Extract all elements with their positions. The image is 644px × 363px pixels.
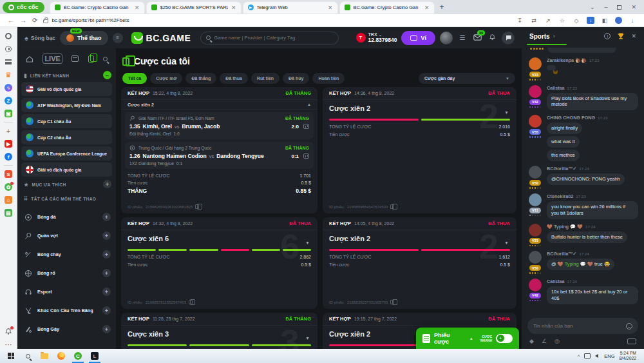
game-search[interactable] (200, 32, 339, 44)
live-tab[interactable]: LIVE (43, 54, 62, 64)
chat-rules-icon[interactable]: ! (604, 33, 611, 39)
chat-toggle-icon[interactable] (502, 32, 515, 44)
adblock-shield-icon[interactable]: ◇ (573, 17, 580, 24)
downloads-tray-icon[interactable]: ↓ (629, 17, 636, 24)
language-indicator[interactable]: ENG (604, 353, 614, 359)
gif-keyboard-icon[interactable] (627, 338, 636, 344)
reading-list-icon[interactable] (4, 57, 13, 66)
sidebar-item-baseball[interactable]: Bóng chày+ (21, 245, 112, 264)
balance-selector[interactable]: T TRX ⌄ 12.8379840 (356, 32, 397, 43)
sidebar-item-tennis[interactable]: Quần vợt+ (21, 226, 112, 245)
browser-tab[interactable]: Telegram Web✕ (243, 1, 338, 14)
mention-link[interactable]: 🤎 Typing 💬 🤎 (558, 261, 594, 267)
expand-icon[interactable]: ▼ (305, 336, 310, 340)
avatar[interactable] (529, 115, 542, 128)
quick-link[interactable]: Giải vô địch quốc gia (21, 162, 112, 177)
chat-username[interactable]: BCGorilla™✓ (547, 166, 576, 172)
quick-bet-toggle[interactable]: + (496, 334, 513, 343)
expand-plus-icon[interactable]: + (102, 288, 111, 296)
coccoc-browser-icon[interactable]: C (70, 349, 86, 363)
menu-toggle-icon[interactable]: ≡ (113, 33, 123, 43)
search-input[interactable] (214, 35, 333, 41)
avatar[interactable] (529, 57, 542, 70)
bet-card[interactable]: KẾT HỢP11:28, 28 thg 7, 2022ĐÃ THẮNG Cượ… (121, 313, 317, 349)
chat-username[interactable]: Ctonekira02 (547, 193, 573, 199)
avatar[interactable] (529, 224, 542, 237)
url-field[interactable]: bc.game/sports?bt-path=%2Fbets (43, 17, 129, 23)
expand-plus-icon[interactable]: + (102, 306, 111, 315)
notifications-bell-icon[interactable] (4, 327, 13, 336)
stats-icon[interactable] (303, 124, 309, 129)
sidebar-item-basketball[interactable]: Bóng rổ+ (21, 264, 112, 282)
expand-plus-icon[interactable]: + (102, 213, 111, 221)
mail-icon[interactable]: 99 (472, 34, 482, 42)
coccoc-menu-button[interactable]: cốc cốc (3, 2, 44, 13)
tab-search-icon[interactable]: ⌄ (590, 4, 595, 10)
file-explorer-icon[interactable] (36, 349, 53, 363)
new-tab-button[interactable]: + (440, 3, 444, 12)
cart-app-icon[interactable]: ⌂ (4, 195, 13, 204)
wallet-card-icon[interactable]: ▤ (4, 208, 13, 217)
avatar[interactable] (529, 166, 542, 179)
sort-dropdown[interactable]: Cược gần đây▼ (419, 73, 515, 84)
expand-icon[interactable]: ▼ (504, 110, 509, 115)
close-button[interactable]: ✕ (631, 4, 636, 10)
quick-link[interactable]: Giải vô địch quốc gia (21, 82, 112, 96)
filter-cancelled[interactable]: Đã hủy (283, 73, 309, 84)
emoji-picker-icon[interactable] (626, 323, 632, 329)
chat-input-box[interactable] (527, 318, 638, 334)
games-icon[interactable]: ▣ (4, 109, 13, 118)
settings-gear-icon[interactable] (4, 32, 13, 41)
sidebar-item-cricket[interactable]: Bóng Gậy+ (21, 320, 112, 338)
bet-card[interactable]: KẾT HỢP14:05, 4 thg 8, 2022ĐÃ THUA Cược … (323, 217, 516, 309)
expand-icon[interactable]: ▼ (305, 240, 310, 245)
start-button[interactable] (3, 349, 19, 363)
chat-room-tab[interactable]: Sports (529, 33, 550, 40)
save-page-icon[interactable]: ↧ (516, 17, 524, 24)
sports-nav[interactable]: Thể thao NEW (60, 31, 108, 45)
copy-icon[interactable] (189, 300, 193, 304)
filter-open[interactable]: Cược mở (150, 73, 182, 84)
bet-card-expanded[interactable]: KẾT HỢP15:22, 4 thg 8, 2022ĐÃ THẮNG Cược… (121, 87, 317, 213)
quick-link[interactable]: ATP Washington, Mỹ Đơn Nam (21, 98, 112, 112)
bcgame-logo[interactable]: BC.GAME (131, 32, 191, 44)
avatar[interactable] (529, 193, 542, 206)
chat-username[interactable]: CHING CHONG PONG (547, 115, 595, 121)
filter-refund[interactable]: Hoàn tiền (312, 73, 345, 84)
quick-link[interactable]: Cúp C1 châu Âu (21, 114, 112, 128)
bookmark-star-icon[interactable]: ☆ (558, 17, 566, 24)
history-clock-icon[interactable] (4, 44, 13, 54)
league-of-legends-icon[interactable]: L (86, 349, 103, 363)
filter-lost[interactable]: Đã thua (220, 73, 248, 84)
expand-icon[interactable]: ▼ (504, 240, 509, 245)
browser-tab-active[interactable]: BC.Game: Crypto Casino Gan✕ (339, 1, 435, 14)
maximize-button[interactable] (617, 5, 621, 10)
avatar[interactable] (529, 251, 542, 264)
casino-nav[interactable]: ♠Sòng bạc (24, 34, 55, 42)
youtube-icon[interactable]: ▶ (4, 139, 13, 148)
tab-close-icon[interactable]: ✕ (135, 5, 140, 11)
share-icon[interactable]: ↗ (544, 17, 552, 24)
firefox-icon[interactable] (53, 349, 70, 363)
tab-close-icon[interactable]: ✕ (328, 5, 333, 11)
volume-icon[interactable] (595, 354, 598, 358)
expand-plus-icon[interactable]: + (102, 325, 111, 333)
tab-close-icon[interactable]: ✕ (231, 5, 236, 11)
close-chat-icon[interactable]: ✕ (631, 33, 636, 39)
forward-icon[interactable]: → (20, 17, 26, 24)
sidebar-item-football[interactable]: Bóng đá+ (21, 208, 112, 226)
reload-icon[interactable]: ⟳ (32, 17, 37, 24)
coin-drop-icon[interactable]: ◎ (554, 338, 560, 344)
browser-tab[interactable]: BC.Game: Crypto Casino Gan✕ (50, 1, 145, 14)
filter-won[interactable]: Đã thắng (185, 73, 216, 84)
schedule-icon[interactable] (71, 55, 79, 62)
more-icon[interactable]: ⋯ (4, 340, 13, 349)
chat-username[interactable]: 🤎 Typing 💬 🤎 (547, 224, 583, 230)
avatar[interactable] (529, 279, 542, 291)
betslip-button[interactable]: Phiếu cược ▲ CƯỢC NHANH + (416, 328, 519, 349)
sidebar-item-ice-hockey[interactable]: Khúc Côn Cầu Trên Băng+ (21, 301, 112, 320)
tab-close-icon[interactable]: ✕ (424, 5, 430, 11)
avatar[interactable] (529, 85, 542, 98)
browser-tab[interactable]: $250 BC.GAME SPORTS PARL✕ (146, 1, 242, 14)
shopee-icon[interactable]: S (4, 170, 13, 179)
